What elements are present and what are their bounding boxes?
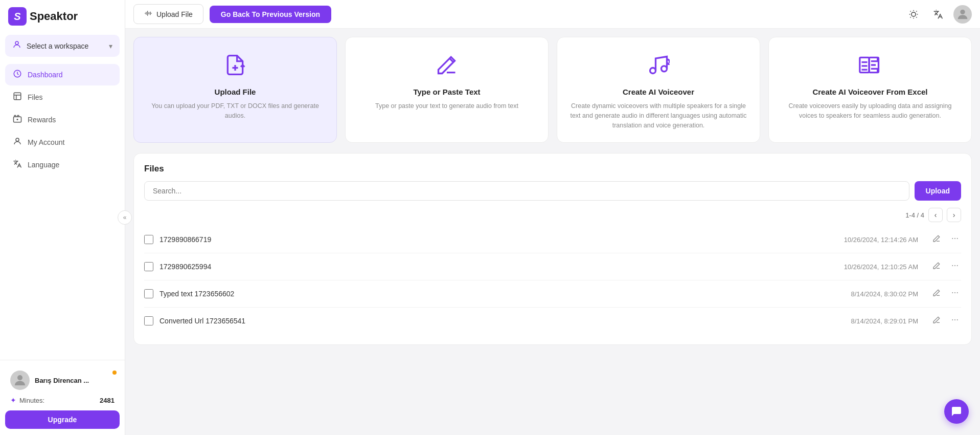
file-edit-button[interactable]: [930, 315, 943, 327]
file-checkbox[interactable]: [144, 262, 153, 271]
sidebar: S Speaktor Select a workspace ▾ Dashboar…: [0, 0, 125, 435]
language-icon: [12, 159, 22, 170]
sidebar-item-dashboard[interactable]: Dashboard: [5, 64, 120, 85]
svg-point-6: [16, 138, 19, 141]
type-paste-card-icon: [436, 54, 458, 79]
svg-point-29: [957, 238, 958, 239]
svg-point-31: [954, 265, 955, 266]
files-section-title: Files: [144, 164, 961, 174]
upload-file-button[interactable]: Upload File: [133, 4, 203, 24]
workspace-user-icon: [12, 40, 21, 52]
file-more-button[interactable]: [949, 260, 961, 273]
files-section: Files Upload 1-4 / 4 ‹ › 1729890866719 1…: [133, 153, 972, 345]
sidebar-item-language-label: Language: [28, 161, 59, 169]
sidebar-item-my-account-label: My Account: [28, 138, 64, 146]
minutes-label: ✦ Minutes:: [10, 396, 44, 404]
file-checkbox[interactable]: [144, 289, 153, 298]
upload-file-label: Upload File: [156, 10, 193, 18]
sidebar-item-files-label: Files: [28, 93, 43, 101]
waveform-icon: [144, 9, 152, 19]
user-notification-dot: [112, 371, 117, 375]
file-edit-button[interactable]: [930, 260, 943, 273]
file-date: 10/26/2024, 12:10:25 AM: [816, 263, 918, 271]
upgrade-button[interactable]: Upgrade: [5, 410, 120, 429]
card-upload-file[interactable]: Upload File You can upload your PDF, TXT…: [133, 37, 337, 143]
svg-point-7: [17, 375, 22, 380]
topbar-right: [904, 5, 972, 24]
ai-voiceover-excel-card-icon: [859, 54, 881, 79]
dashboard-icon: [12, 69, 22, 80]
file-checkbox[interactable]: [144, 316, 153, 325]
workspace-selector[interactable]: Select a workspace ▾: [5, 35, 120, 57]
svg-line-11: [910, 11, 911, 11]
svg-rect-2: [14, 93, 21, 100]
file-edit-button[interactable]: [930, 233, 943, 246]
language-toggle-button[interactable]: [929, 5, 947, 24]
topbar-user-avatar[interactable]: [953, 5, 972, 24]
theme-toggle-button[interactable]: [904, 5, 923, 24]
logo-icon: S: [8, 7, 27, 26]
files-list: 1729890866719 10/26/2024, 12:14:26 AM 17…: [144, 226, 961, 334]
file-name: Typed text 1723656602: [159, 290, 810, 298]
topbar: Upload File Go Back To Previous Version: [125, 0, 980, 29]
files-upload-button[interactable]: Upload: [915, 181, 961, 201]
pagination-info: 1-4 / 4: [905, 211, 924, 219]
upload-file-card-desc: You can upload your PDF, TXT or DOCX fil…: [144, 101, 326, 121]
logo-area: S Speaktor: [0, 0, 125, 33]
file-checkbox[interactable]: [144, 235, 153, 244]
file-name: Converted Url 1723656541: [159, 317, 810, 325]
my-account-icon: [12, 137, 22, 148]
pagination-row: 1-4 / 4 ‹ ›: [144, 208, 961, 222]
logo: S Speaktor: [8, 7, 78, 26]
ai-voiceover-excel-card-desc: Create voiceovers easily by uploading da…: [779, 101, 961, 121]
type-paste-card-desc: Type or paste your text to generate audi…: [375, 101, 518, 111]
content-area: Upload File You can upload your PDF, TXT…: [125, 29, 980, 435]
collapse-sidebar-button[interactable]: «: [118, 210, 132, 225]
main-content: Upload File Go Back To Previous Version: [125, 0, 980, 435]
file-edit-button[interactable]: [930, 288, 943, 300]
chevron-down-icon: ▾: [109, 42, 112, 50]
upload-file-card-icon: [224, 54, 246, 79]
card-ai-voiceover-excel[interactable]: Create AI Voiceover From Excel Create vo…: [768, 37, 972, 143]
file-actions: [930, 260, 961, 273]
minutes-row: ✦ Minutes: 2481: [5, 394, 120, 408]
sidebar-item-rewards[interactable]: Rewards: [5, 109, 120, 130]
go-back-button[interactable]: Go Back To Previous Version: [210, 6, 331, 23]
file-more-button[interactable]: [949, 233, 961, 246]
sidebar-item-dashboard-label: Dashboard: [28, 71, 63, 79]
search-input[interactable]: [144, 181, 909, 201]
sidebar-item-my-account[interactable]: My Account: [5, 132, 120, 153]
files-icon: [12, 92, 22, 103]
svg-point-38: [957, 319, 958, 320]
pagination-next-button[interactable]: ›: [947, 208, 961, 222]
sidebar-bottom: Barış Direncan ... ✦ Minutes: 2481 Upgra…: [0, 360, 125, 435]
file-name: 1729890866719: [159, 235, 810, 244]
minutes-count: 2481: [100, 397, 115, 404]
chat-bubble-button[interactable]: [944, 399, 969, 424]
ai-voiceover-card-icon: [647, 54, 670, 79]
svg-point-35: [957, 292, 958, 293]
star-icon: ✦: [10, 396, 16, 404]
type-paste-card-title: Type or Paste Text: [413, 88, 480, 96]
file-name: 1729890625994: [159, 263, 810, 271]
file-actions: [930, 233, 961, 246]
sidebar-item-language[interactable]: Language: [5, 154, 120, 176]
svg-point-0: [15, 41, 18, 45]
workspace-label: Select a workspace: [27, 42, 104, 50]
svg-point-34: [954, 292, 955, 293]
sidebar-item-rewards-label: Rewards: [28, 116, 56, 124]
rewards-icon: [12, 114, 22, 125]
card-type-paste[interactable]: Type or Paste Text Type or paste your te…: [345, 37, 549, 143]
user-row: Barış Direncan ...: [5, 366, 120, 394]
pagination-prev-button[interactable]: ‹: [928, 208, 943, 222]
svg-point-21: [662, 66, 667, 72]
file-more-button[interactable]: [949, 288, 961, 300]
table-row: Converted Url 1723656541 8/14/2024, 8:29…: [144, 308, 961, 334]
card-ai-voiceover[interactable]: Create AI Voiceover Create dynamic voice…: [557, 37, 760, 143]
svg-point-37: [954, 319, 955, 320]
file-more-button[interactable]: [949, 315, 961, 327]
upload-file-card-title: Upload File: [215, 88, 256, 96]
sidebar-item-files[interactable]: Files: [5, 86, 120, 108]
logo-text: Speaktor: [30, 10, 78, 23]
svg-point-30: [952, 265, 953, 266]
